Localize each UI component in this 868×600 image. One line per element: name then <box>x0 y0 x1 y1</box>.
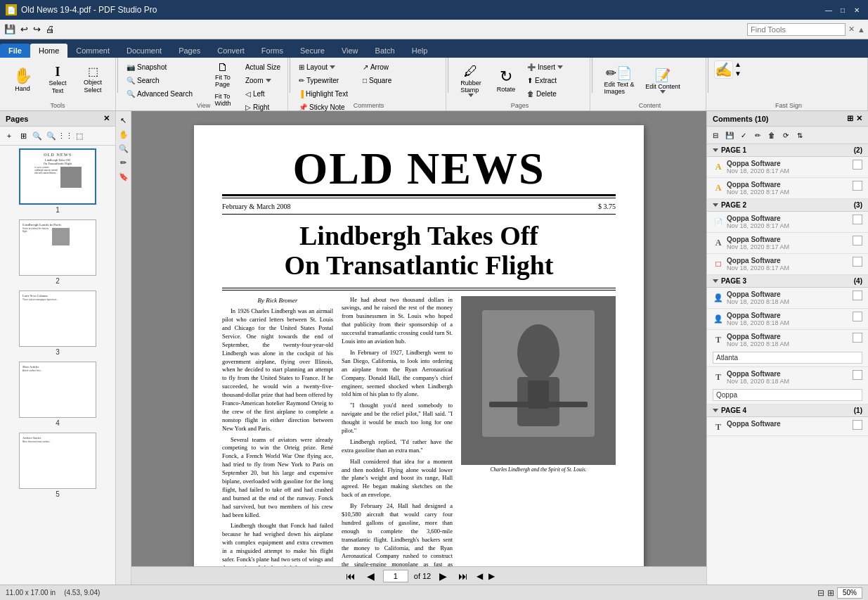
comment-3-1-checkbox[interactable] <box>853 291 862 300</box>
page-thumb-2[interactable]: Lindbergh Lands in Paris Some text about… <box>3 219 112 285</box>
page-thumb-1[interactable]: OLD NEWS Lindbergh Takes OffOn Transatla… <box>3 148 112 214</box>
actual-size-button[interactable]: Actual Size <box>242 60 283 73</box>
vtool-zoom[interactable]: 🔍 <box>117 142 130 155</box>
zoom-out-btn[interactable]: ⊟ <box>817 588 824 598</box>
page-thumb-3[interactable]: Later News Columns Three column newspape… <box>3 291 112 356</box>
signature-area[interactable]: ✍ <box>714 60 733 79</box>
zoom-button[interactable]: Zoom <box>242 74 283 87</box>
left-button[interactable]: ◁ Left <box>242 87 283 100</box>
hand-button[interactable]: ✋ Hand <box>6 60 39 100</box>
comment-3-4-checkbox[interactable] <box>853 370 862 380</box>
highlight-text-button[interactable]: ▐ Highlight Text <box>296 87 351 100</box>
comment-1-2-checkbox[interactable] <box>853 181 862 191</box>
rubber-stamp-button[interactable]: 🖊 RubberStamp <box>454 60 488 100</box>
object-select-button[interactable]: ⬚ ObjectSelect <box>76 60 110 100</box>
vtool-hand[interactable]: ✋ <box>117 128 130 141</box>
vtool-edit[interactable]: ✏ <box>117 156 130 169</box>
select-text-button[interactable]: I SelectText <box>41 60 75 100</box>
view-group-label: View <box>119 102 287 109</box>
square-button[interactable]: □ Square <box>360 74 394 87</box>
search-prev-btn[interactable]: ◀ <box>477 571 483 581</box>
find-tools-expand[interactable]: ▲ <box>857 25 865 34</box>
tab-convert[interactable]: Convert <box>209 44 253 58</box>
edit-content-button[interactable]: 📝 Edit Content <box>642 60 684 100</box>
comment-tool-5[interactable]: 🗑 <box>765 129 778 141</box>
comment-tool-1[interactable]: ⊟ <box>709 129 722 141</box>
vtool-bookmark[interactable]: 🔖 <box>117 170 130 183</box>
pages-panel-close[interactable]: ✕ <box>103 114 110 123</box>
pages-tool-add[interactable]: + <box>3 129 15 142</box>
tab-forms[interactable]: Forms <box>253 44 292 58</box>
comments-page-2-header[interactable]: PAGE 2 (3) <box>707 199 868 212</box>
comment-tool-2[interactable]: 💾 <box>723 129 736 141</box>
find-tools-close[interactable]: ✕ <box>848 25 855 34</box>
arrow-button[interactable]: ↗ Arrow <box>360 60 394 73</box>
print-icon[interactable]: 🖨 <box>44 23 56 36</box>
insert-icon: ➕ <box>527 63 536 71</box>
comment-3-3-checkbox[interactable] <box>853 333 862 343</box>
tab-document[interactable]: Document <box>118 44 170 58</box>
minimize-button[interactable]: — <box>823 4 834 15</box>
comments-page-1-header[interactable]: PAGE 1 (2) <box>707 144 868 157</box>
nav-first-button[interactable]: ⏮ <box>343 570 358 582</box>
tab-file[interactable]: File <box>0 44 30 58</box>
page-number-input[interactable] <box>383 570 408 582</box>
tab-help[interactable]: Help <box>403 44 436 58</box>
maximize-button[interactable]: □ <box>837 4 848 15</box>
pages-tool-zoom-out[interactable]: 🔍 <box>31 129 44 142</box>
pages-tool-zoom-in[interactable]: 🔍 <box>45 129 58 142</box>
close-button[interactable]: ✕ <box>851 4 862 15</box>
comments-expand-icon[interactable]: ⊞ <box>847 114 853 123</box>
edit-text-images-button[interactable]: ✏📄 Edit Text &Images <box>598 60 640 100</box>
tab-home[interactable]: Home <box>30 44 67 58</box>
fit-to-page-button[interactable]: 🗋 Fit ToPage <box>205 60 241 89</box>
pages-tool-select[interactable]: ⬚ <box>73 129 86 142</box>
zoom-in-btn[interactable]: ⊞ <box>827 588 834 598</box>
search-next-btn[interactable]: ▶ <box>488 571 495 581</box>
comment-tool-6[interactable]: ⟳ <box>779 129 792 141</box>
advanced-search-button[interactable]: 🔍 Advanced Search <box>124 87 195 100</box>
advanced-search-icon: 🔍 <box>127 90 135 98</box>
comment-tool-3[interactable]: ✓ <box>737 129 750 141</box>
page-thumb-4[interactable]: More Articles Article content here... 4 <box>3 362 112 427</box>
zoom-value-input[interactable] <box>837 587 862 599</box>
layout-button[interactable]: ⊞ Layout <box>296 60 351 73</box>
nav-prev-button[interactable]: ◀ <box>364 570 377 582</box>
nav-last-button[interactable]: ⏭ <box>455 570 471 582</box>
comments-page-3-header[interactable]: PAGE 3 (4) <box>707 275 868 288</box>
tab-secure[interactable]: Secure <box>292 44 333 58</box>
search-button[interactable]: 🔍 Search <box>124 74 195 87</box>
comment-1-1-checkbox[interactable] <box>853 160 862 170</box>
tab-pages[interactable]: Pages <box>170 44 209 58</box>
comment-3-2-checkbox[interactable] <box>853 312 862 321</box>
vtool-select[interactable]: ↖ <box>117 114 130 127</box>
redo-icon[interactable]: ↪ <box>32 23 42 36</box>
extract-button[interactable]: ⬆ Extract <box>524 74 566 87</box>
tab-comment[interactable]: Comment <box>67 44 118 58</box>
undo-icon[interactable]: ↩ <box>19 23 30 36</box>
snapshot-button[interactable]: 📷 Snapshot <box>124 60 195 73</box>
nav-next-button[interactable]: ▶ <box>436 570 450 582</box>
tab-view[interactable]: View <box>333 44 367 58</box>
comment-2-1-checkbox[interactable] <box>853 215 862 224</box>
comments-page-4-header[interactable]: PAGE 4 (1) <box>707 404 868 417</box>
page-thumb-img-5: Archive Stories More historical news con… <box>19 433 96 489</box>
save-icon[interactable]: 💾 <box>3 23 17 36</box>
comment-2-2-checkbox[interactable] <box>853 236 862 245</box>
comment-tool-7[interactable]: ⇅ <box>793 129 806 141</box>
fast-sign-scroll-down[interactable]: ▼ <box>734 70 741 77</box>
rotate-button[interactable]: ↻ Rotate <box>489 60 523 100</box>
delete-button[interactable]: 🗑 Delete <box>524 87 566 100</box>
page-thumb-5[interactable]: Archive Stories More historical news con… <box>3 433 112 498</box>
insert-button[interactable]: ➕ Insert <box>524 60 566 73</box>
tab-batch[interactable]: Batch <box>367 44 403 58</box>
pages-tool-fit[interactable]: ⊞ <box>17 129 30 142</box>
comments-close-icon[interactable]: ✕ <box>856 114 862 123</box>
comment-2-3-checkbox[interactable] <box>853 257 862 267</box>
pages-tool-grid[interactable]: ⋮⋮ <box>59 129 72 142</box>
fast-sign-scroll-up[interactable]: ▲ <box>734 60 741 68</box>
comment-4-1-checkbox[interactable] <box>853 420 862 430</box>
typewriter-button[interactable]: ✏ Typewriter <box>296 74 351 87</box>
comment-tool-4[interactable]: ✏ <box>751 129 764 141</box>
find-tools-input[interactable] <box>747 23 846 36</box>
